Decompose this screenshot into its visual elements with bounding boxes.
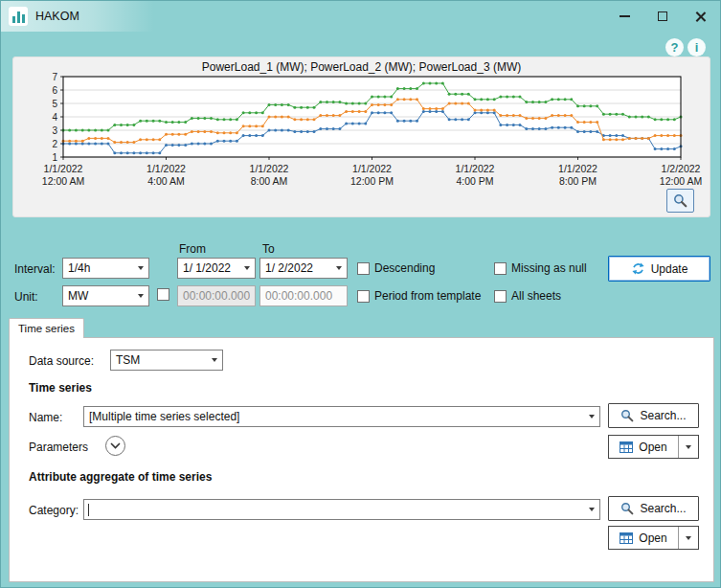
to-date-picker[interactable]: 1/ 2/2022 xyxy=(259,258,348,279)
chevron-down-icon xyxy=(584,500,599,519)
svg-text:8:00 AM: 8:00 AM xyxy=(251,175,288,187)
open-button-label: Open xyxy=(639,531,666,545)
name-open-split-button[interactable]: Open xyxy=(608,435,699,459)
search-button-label: Search... xyxy=(640,502,686,515)
svg-text:1/1/2022: 1/1/2022 xyxy=(44,163,83,174)
search-button-label: Search... xyxy=(640,409,686,422)
svg-text:4:00 PM: 4:00 PM xyxy=(456,175,493,187)
svg-text:1/1/2022: 1/1/2022 xyxy=(352,163,392,174)
time-series-tab-page: Data source: TSM Time series Name: [Mult… xyxy=(9,337,714,582)
interval-select[interactable]: 1/4h xyxy=(62,258,149,279)
table-icon xyxy=(620,441,633,453)
maximize-button[interactable] xyxy=(643,1,682,32)
svg-text:4: 4 xyxy=(52,112,57,123)
minimize-button[interactable] xyxy=(605,1,643,32)
open-button[interactable]: Open xyxy=(609,527,678,549)
chevron-down-icon xyxy=(239,259,255,278)
checkbox-box xyxy=(357,290,370,303)
all-sheets-checkbox[interactable]: All sheets xyxy=(494,289,561,303)
svg-text:3: 3 xyxy=(52,125,57,136)
help-button[interactable]: ? xyxy=(665,38,684,57)
chevron-down-icon xyxy=(686,536,691,540)
interval-label: Interval: xyxy=(14,262,56,276)
data-source-select[interactable]: TSM xyxy=(110,350,223,371)
zoom-button[interactable] xyxy=(666,189,694,213)
unit-select[interactable]: MW xyxy=(62,285,149,306)
chevron-down-icon xyxy=(133,259,148,278)
interval-value: 1/4h xyxy=(63,261,133,275)
category-search-button[interactable]: Search... xyxy=(608,496,699,521)
info-button[interactable]: i xyxy=(687,38,706,57)
update-button-label: Update xyxy=(651,262,688,276)
help-icon: ? xyxy=(671,40,679,55)
chevron-down-icon xyxy=(686,445,691,449)
attribute-aggregate-heading: Attribute aggregate of time series xyxy=(29,470,212,484)
open-button[interactable]: Open xyxy=(609,436,678,458)
svg-text:2: 2 xyxy=(52,139,57,149)
period-from-template-checkbox[interactable]: Period from template xyxy=(357,289,481,303)
svg-text:1/1/2022: 1/1/2022 xyxy=(558,163,597,174)
svg-text:1/1/2022: 1/1/2022 xyxy=(250,163,289,174)
data-source-label: Data source: xyxy=(29,354,94,368)
missing-as-null-checkbox-label: Missing as null xyxy=(511,261,587,275)
category-label: Category: xyxy=(29,504,79,517)
magnifier-icon xyxy=(620,502,634,515)
parameters-label: Parameters xyxy=(29,441,88,454)
descending-checkbox[interactable]: Descending xyxy=(357,261,435,275)
hakom-window: HAKOM ? i PowerLoad_1 (MW); PowerLoad_2 … xyxy=(0,0,721,588)
chart-title: PowerLoad_1 (MW); PowerLoad_2 (MW); Powe… xyxy=(13,60,710,74)
svg-text:12:00 AM: 12:00 AM xyxy=(660,175,702,187)
chart-panel: PowerLoad_1 (MW); PowerLoad_2 (MW); Powe… xyxy=(12,57,710,217)
offset-to-input[interactable] xyxy=(259,285,348,306)
checkbox-box xyxy=(494,290,507,303)
text-caret xyxy=(88,504,89,516)
open-dropdown-button[interactable] xyxy=(678,527,698,549)
chevron-down-icon xyxy=(331,259,347,278)
unit-value: MW xyxy=(63,289,133,303)
app-logo-icon xyxy=(9,7,28,26)
category-combobox[interactable] xyxy=(83,499,600,520)
close-button[interactable] xyxy=(682,1,720,32)
period-from-template-checkbox-label: Period from template xyxy=(374,289,481,303)
name-value: [Multiple time series selected] xyxy=(84,410,584,423)
checkbox-box xyxy=(494,262,507,275)
from-label: From xyxy=(179,242,206,256)
close-icon xyxy=(695,11,707,22)
minimize-icon xyxy=(620,15,630,17)
name-label: Name: xyxy=(29,411,62,424)
svg-text:8:00 PM: 8:00 PM xyxy=(559,175,597,187)
svg-text:12:00 AM: 12:00 AM xyxy=(42,175,84,187)
chevron-down-icon xyxy=(584,407,599,426)
chevron-down-icon xyxy=(207,351,222,370)
data-source-value: TSM xyxy=(111,353,207,367)
open-dropdown-button[interactable] xyxy=(678,436,698,458)
time-series-heading: Time series xyxy=(29,381,92,395)
open-button-label: Open xyxy=(639,441,666,454)
window-title: HAKOM xyxy=(35,10,79,23)
table-icon xyxy=(620,532,633,544)
name-combobox[interactable]: [Multiple time series selected] xyxy=(83,406,600,427)
offset-enable-checkbox[interactable] xyxy=(157,288,169,301)
svg-text:1/2/2022: 1/2/2022 xyxy=(662,163,701,174)
tab-time-series[interactable]: Time series xyxy=(9,318,84,338)
all-sheets-checkbox-label: All sheets xyxy=(511,289,561,303)
descending-checkbox-label: Descending xyxy=(374,261,435,275)
from-date-value: 1/ 1/2022 xyxy=(178,261,239,275)
name-search-button[interactable]: Search... xyxy=(608,403,699,428)
magnifier-icon xyxy=(673,193,687,208)
svg-text:6: 6 xyxy=(52,85,57,96)
offset-from-input xyxy=(177,285,256,306)
from-date-picker[interactable]: 1/ 1/2022 xyxy=(177,258,256,279)
svg-text:1/1/2022: 1/1/2022 xyxy=(456,163,495,174)
checkbox-box xyxy=(357,262,370,275)
parameters-expand-button[interactable] xyxy=(105,436,125,456)
update-button[interactable]: Update xyxy=(608,256,710,282)
svg-text:1/1/2022: 1/1/2022 xyxy=(146,163,186,174)
category-open-split-button[interactable]: Open xyxy=(608,526,699,550)
to-date-value: 1/ 2/2022 xyxy=(260,261,331,275)
svg-text:5: 5 xyxy=(52,99,57,109)
chart-plot: 12345671/1/202212:00 AM1/1/20224:00 AM1/… xyxy=(13,57,711,218)
chevron-down-icon xyxy=(133,286,148,305)
missing-as-null-checkbox[interactable]: Missing as null xyxy=(494,261,587,275)
unit-label: Unit: xyxy=(14,290,38,304)
